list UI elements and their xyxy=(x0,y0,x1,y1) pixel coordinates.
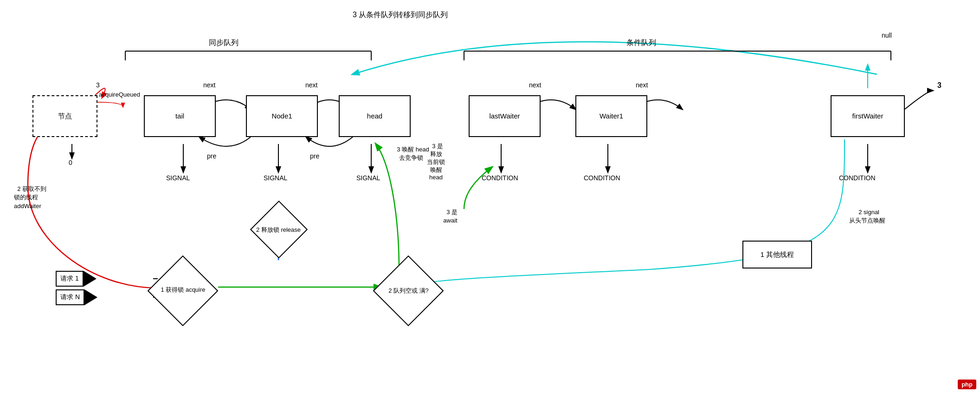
queue-label: 2 队列空或 满? xyxy=(375,267,442,315)
jiedian-node: 节点 xyxy=(32,95,97,137)
head-signal: SIGNAL xyxy=(356,174,380,182)
next-label-3: next xyxy=(529,81,541,89)
first-waiter-label: firstWaiter xyxy=(852,111,883,121)
tail-node: tail xyxy=(144,95,216,137)
head-label: head xyxy=(367,111,382,121)
next-label-1: next xyxy=(203,81,215,89)
release-lock-label: 3 是 释放 当前锁 唤醒 head xyxy=(427,135,445,182)
signal-wake-label: 2 signal 从头节点唤醒 xyxy=(849,200,885,225)
first-waiter-node: firstWaiter xyxy=(831,95,905,137)
node1-node: Node1 xyxy=(246,95,318,137)
await-label: 3 是 await xyxy=(443,200,458,225)
top-arc-label: 3 从条件队列转移到同步队列 xyxy=(353,10,448,20)
sync-queue-label: 同步队列 xyxy=(209,38,239,48)
head-node: head xyxy=(339,95,411,137)
request-n: 请求 N xyxy=(56,289,97,305)
acquire-queued-label: acquireQueued xyxy=(99,91,140,98)
condition-queue-label: 条件队列 xyxy=(626,38,656,48)
request-n-head xyxy=(84,289,97,305)
tail-signal: SIGNAL xyxy=(166,174,190,182)
node1-label: Node1 xyxy=(271,111,292,121)
php-badge: php xyxy=(958,380,976,389)
three-label-jiedian: 3 xyxy=(96,81,100,89)
request-1-body: 请求 1 xyxy=(56,271,84,287)
pre-label-2: pre xyxy=(207,152,216,160)
request-1-head xyxy=(84,271,97,287)
pre-label-1: pre xyxy=(310,152,319,160)
other-thread-label: 1 其他线程 xyxy=(761,250,794,259)
first-waiter-condition: CONDITION xyxy=(839,174,876,182)
last-waiter-condition: CONDITION xyxy=(482,174,518,182)
waiter1-label: Waiter1 xyxy=(600,111,623,121)
node1-signal: SIGNAL xyxy=(264,174,287,182)
get-lock-label: 1 获得锁 acquire xyxy=(149,266,217,314)
next-label-4: next xyxy=(636,81,648,89)
jiedian-label: 节点 xyxy=(58,111,72,121)
obtain-fail-label: 2 获取不到 锁的线程 addWaiter xyxy=(14,177,46,210)
tail-label: tail xyxy=(175,111,184,121)
zero-label: 0 xyxy=(69,159,72,166)
three-right-label: 3 xyxy=(937,81,941,90)
request-1: 请求 1 xyxy=(56,271,97,287)
other-thread-box: 1 其他线程 xyxy=(742,241,812,269)
last-waiter-label: lastWaiter xyxy=(489,111,520,121)
request-n-body: 请求 N xyxy=(56,289,84,305)
wake-head-label: 3 唤醒 head 去竞争锁 xyxy=(393,137,429,163)
next-label-2: next xyxy=(305,81,317,89)
release-label: 2 释放锁 release xyxy=(251,211,306,249)
last-waiter-node: lastWaiter xyxy=(469,95,541,137)
waiter1-condition: CONDITION xyxy=(584,174,620,182)
waiter1-node: Waiter1 xyxy=(575,95,647,137)
null-label: null xyxy=(882,32,892,39)
